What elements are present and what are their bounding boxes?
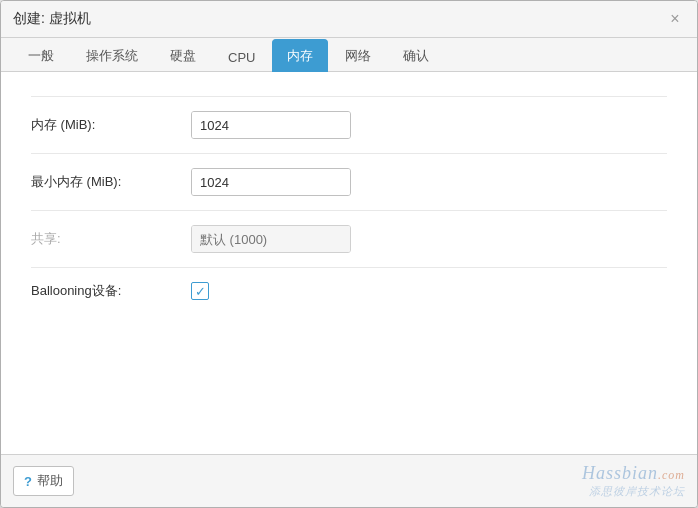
share-input <box>192 226 351 252</box>
tab-os[interactable]: 操作系统 <box>71 39 153 72</box>
ballooning-checkbox[interactable]: ✓ <box>191 282 209 300</box>
share-spinbox: ▲ ▼ <box>191 225 351 253</box>
tab-general[interactable]: 一般 <box>13 39 69 72</box>
tab-confirm[interactable]: 确认 <box>388 39 444 72</box>
title-bar: 创建: 虚拟机 × <box>1 1 697 38</box>
tab-network[interactable]: 网络 <box>330 39 386 72</box>
watermark: Hassbian.com 添思彼岸技术论坛 <box>582 463 685 499</box>
share-label: 共享: <box>31 230 191 248</box>
close-button[interactable]: × <box>665 9 685 29</box>
footer: ? 帮助 Hassbian.com 添思彼岸技术论坛 <box>1 454 697 507</box>
tab-disk[interactable]: 硬盘 <box>155 39 211 72</box>
help-icon: ? <box>24 474 32 489</box>
ballooning-label: Ballooning设备: <box>31 282 191 300</box>
help-label: 帮助 <box>37 472 63 490</box>
check-icon: ✓ <box>195 285 206 298</box>
content-area: 内存 (MiB): ▲ ▼ 最小内存 (MiB): ▲ ▼ 共享: <box>1 72 697 454</box>
memory-row: 内存 (MiB): ▲ ▼ <box>31 96 667 154</box>
share-row: 共享: ▲ ▼ <box>31 211 667 268</box>
help-button[interactable]: ? 帮助 <box>13 466 74 496</box>
ballooning-checkbox-wrap[interactable]: ✓ <box>191 282 209 300</box>
min-memory-spinbox[interactable]: ▲ ▼ <box>191 168 351 196</box>
ballooning-row: Ballooning设备: ✓ <box>31 268 667 314</box>
min-memory-label: 最小内存 (MiB): <box>31 173 191 191</box>
memory-input[interactable] <box>192 112 351 138</box>
min-memory-input[interactable] <box>192 169 351 195</box>
memory-spinbox[interactable]: ▲ ▼ <box>191 111 351 139</box>
dialog: 创建: 虚拟机 × 一般 操作系统 硬盘 CPU 内存 网络 确认 内存 (Mi… <box>0 0 698 508</box>
dialog-title: 创建: 虚拟机 <box>13 10 91 28</box>
memory-label: 内存 (MiB): <box>31 116 191 134</box>
min-memory-row: 最小内存 (MiB): ▲ ▼ <box>31 154 667 211</box>
tab-memory[interactable]: 内存 <box>272 39 328 72</box>
tab-cpu[interactable]: CPU <box>213 42 270 72</box>
tab-bar: 一般 操作系统 硬盘 CPU 内存 网络 确认 <box>1 38 697 72</box>
